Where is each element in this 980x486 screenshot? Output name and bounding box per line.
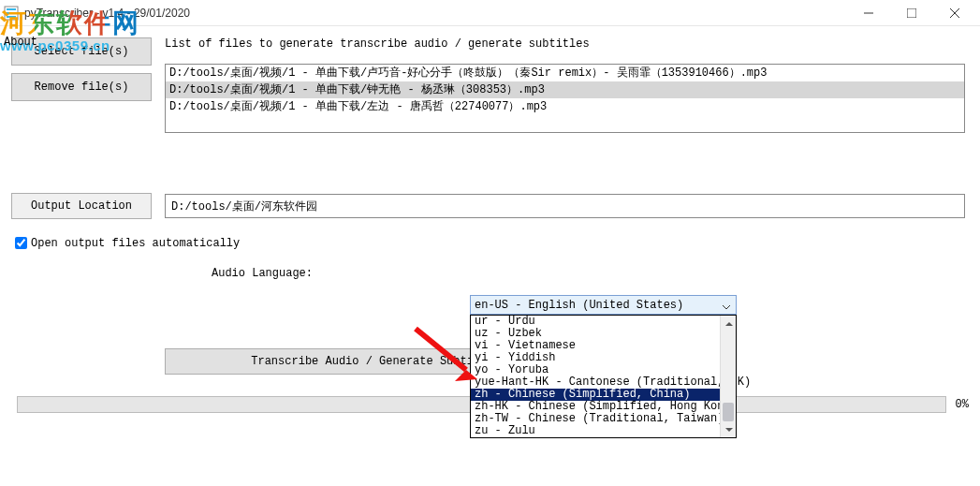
window-title: pyTranscriber - v1.4 - 29/01/2020 (24, 7, 847, 20)
svg-marker-9 (725, 428, 733, 432)
close-button[interactable] (933, 0, 976, 26)
dropdown-scrollbar[interactable] (720, 316, 736, 437)
audio-language-select[interactable]: en-US - English (United States) (470, 295, 737, 315)
svg-rect-5 (907, 8, 916, 18)
output-location-input[interactable] (165, 194, 965, 218)
file-list-item[interactable]: D:/tools/桌面/视频/1 - 单曲下载/左边 - 唐禹哲（2274007… (166, 98, 964, 115)
scroll-up-icon[interactable] (721, 316, 737, 331)
audio-language-dropdown[interactable]: ur - Urduuz - Uzbekvi - Vietnameseyi - Y… (470, 315, 737, 438)
about-label: About (4, 36, 37, 49)
svg-rect-1 (7, 8, 16, 10)
scroll-down-icon[interactable] (721, 421, 737, 437)
progress-percent: 0% (956, 398, 969, 411)
remove-files-button[interactable]: Remove file(s) (11, 73, 152, 101)
chevron-down-icon (723, 302, 730, 315)
language-option[interactable]: zu - Zulu (471, 425, 736, 437)
svg-marker-8 (725, 322, 733, 326)
open-output-label: Open output files automatically (31, 237, 240, 250)
output-location-button[interactable]: Output Location (11, 193, 152, 219)
svg-rect-2 (7, 12, 16, 14)
file-list-item[interactable]: D:/tools/桌面/视频/1 - 单曲下载/卢巧音-好心分手（咚鼓版）（秦S… (166, 65, 964, 81)
audio-language-selected: en-US - English (United States) (475, 299, 683, 312)
open-output-checkbox[interactable] (15, 237, 27, 249)
maximize-button[interactable] (890, 0, 933, 26)
file-list-caption: List of files to generate transcribe aud… (165, 37, 973, 51)
audio-language-label: Audio Language: (212, 267, 313, 280)
file-list-item[interactable]: D:/tools/桌面/视频/1 - 单曲下载/钟无艳 - 杨丞琳（308353… (166, 81, 964, 98)
scroll-thumb[interactable] (723, 403, 734, 421)
minimize-button[interactable] (847, 0, 890, 26)
file-list[interactable]: D:/tools/桌面/视频/1 - 单曲下载/卢巧音-好心分手（咚鼓版）（秦S… (165, 64, 965, 133)
titlebar: pyTranscriber - v1.4 - 29/01/2020 (0, 0, 980, 26)
app-icon (4, 6, 19, 21)
svg-rect-3 (7, 16, 16, 18)
